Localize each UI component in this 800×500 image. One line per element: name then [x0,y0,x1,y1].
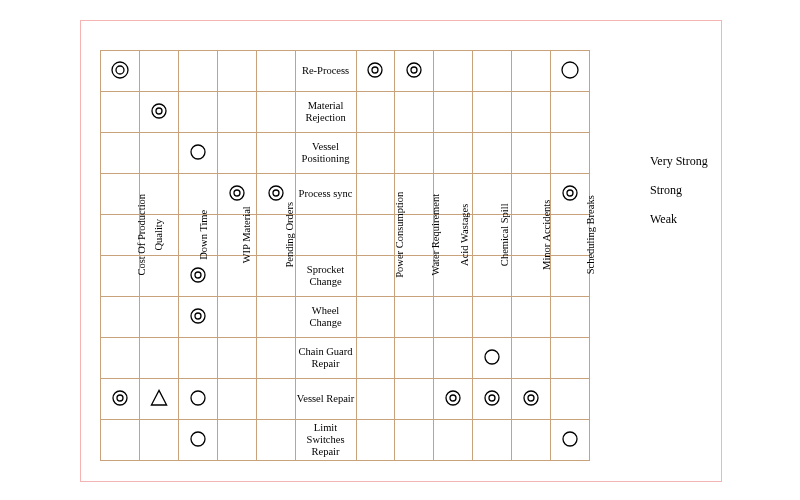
very-strong-icon [561,184,579,202]
matrix-cell [473,133,512,174]
matrix-cell [256,297,295,338]
svg-point-27 [485,391,499,405]
column-header: Pending Orders [284,202,296,268]
matrix-cell [395,420,434,461]
matrix-cell: Pending Orders [256,215,295,256]
matrix-cell [395,51,434,92]
matrix-cell [217,133,256,174]
svg-point-22 [117,395,123,401]
matrix-cell [512,338,551,379]
svg-point-2 [368,63,382,77]
matrix-cell [551,51,590,92]
matrix-cell: WIP Material [217,215,256,256]
very-strong-icon [267,184,285,202]
svg-point-18 [191,309,205,323]
strong-icon [483,348,501,366]
svg-point-19 [195,313,201,319]
svg-point-25 [446,391,460,405]
matrix-cell [512,420,551,461]
matrix-cell [551,420,590,461]
matrix-cell [512,133,551,174]
matrix-cell [217,420,256,461]
matrix-cell [356,92,395,133]
matrix-cell [551,92,590,133]
column-header: Chemical Spill [499,204,511,267]
matrix-cell [395,338,434,379]
matrix-cell [178,92,217,133]
column-header: WIP Material [240,206,252,263]
matrix-cell [551,256,590,297]
matrix-cell: Chemical Spill [473,215,512,256]
matrix-cell [473,379,512,420]
matrix-cell [395,133,434,174]
matrix-cell [395,379,434,420]
column-header: Power Consumption [394,192,406,278]
matrix-cell [217,51,256,92]
matrix-cell [178,420,217,461]
svg-point-10 [230,186,244,200]
matrix-cell [256,92,295,133]
matrix-cell [434,133,473,174]
matrix-grid: Re-ProcessMaterial RejectionVessel Posit… [100,50,590,450]
matrix-cell [356,51,395,92]
matrix-cell [551,338,590,379]
column-header: Quality [153,219,165,251]
very-strong-icon [150,102,168,120]
very-strong-icon [405,61,423,79]
svg-point-13 [273,190,279,196]
very-strong-icon [111,389,129,407]
matrix-cell [434,420,473,461]
matrix-cell [512,51,551,92]
matrix-cell [356,297,395,338]
matrix-cell [217,92,256,133]
svg-point-12 [269,186,283,200]
svg-point-29 [524,391,538,405]
very-strong-icon [366,61,384,79]
matrix-cell [178,379,217,420]
matrix-cell [139,297,178,338]
svg-point-9 [191,145,205,159]
matrix-cell [473,51,512,92]
relationship-matrix: Re-ProcessMaterial RejectionVessel Posit… [100,50,590,461]
matrix-cell [551,133,590,174]
legend: Very Strong Strong Weak [620,140,708,241]
matrix-cell [512,379,551,420]
row-header: Wheel Change [295,297,356,338]
svg-point-0 [112,62,128,78]
weak-icon [149,388,169,408]
row-header: Sprocket Change [295,256,356,297]
svg-point-14 [563,186,577,200]
legend-label: Strong [650,183,682,198]
matrix-cell [356,174,395,215]
svg-point-28 [489,395,495,401]
row-header: Chain Guard Repair [295,338,356,379]
column-header: Cost Of Production [136,194,148,276]
svg-point-7 [152,104,166,118]
matrix-cell [101,338,140,379]
matrix-cell [139,420,178,461]
matrix-cell [217,297,256,338]
row-header: Vessel Positioning [295,133,356,174]
svg-point-3 [372,67,378,73]
matrix-cell [139,51,178,92]
matrix-cell [256,379,295,420]
svg-point-5 [411,67,417,73]
svg-point-17 [195,272,201,278]
svg-point-24 [191,391,205,405]
very-strong-icon [110,60,130,80]
matrix-cell [434,379,473,420]
svg-point-30 [528,395,534,401]
matrix-cell [434,51,473,92]
column-header: Acid Wastages [460,204,472,266]
svg-point-4 [407,63,421,77]
svg-point-20 [485,350,499,364]
strong-icon [189,143,207,161]
very-strong-icon [483,389,501,407]
strong-icon [561,430,579,448]
matrix-cell [473,92,512,133]
very-strong-icon [189,266,207,284]
matrix-cell [178,51,217,92]
matrix-cell [551,297,590,338]
svg-point-11 [234,190,240,196]
matrix-cell: Scheduling Breaks [551,215,590,256]
